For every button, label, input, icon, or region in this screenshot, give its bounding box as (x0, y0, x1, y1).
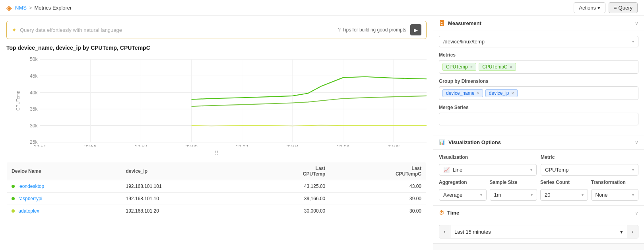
measurement-body: /device/linux/temp ▾ Metrics CPUTemp×CPU… (433, 31, 644, 135)
dimension-tag-remove-icon[interactable]: × (512, 91, 514, 96)
col-device-ip: device_ip (121, 162, 243, 180)
visualization-body: Visualization 📈 Line ▾ Metric CPUTem (433, 150, 644, 205)
svg-text:45k: 45k (30, 73, 38, 79)
series-count-label: Series Count (540, 180, 588, 185)
time-section-header[interactable]: ⏱ Time ∨ (433, 206, 644, 220)
series-count-select[interactable]: 20 ▾ (540, 189, 588, 201)
ai-search-placeholder: Query data effortlessly with natural lan… (20, 27, 122, 33)
svg-text:22:58: 22:58 (135, 145, 147, 146)
cell-device-name: adatoplex (7, 205, 121, 217)
dimension-tag-remove-icon[interactable]: × (477, 91, 479, 96)
sample-size-group: Sample Size 1m ▾ (490, 180, 537, 201)
right-panel: 🗄 Measurement ∨ /device/linux/temp ▾ Met… (433, 16, 644, 250)
transformation-caret-icon: ▾ (632, 193, 634, 197)
query-label: Query (619, 5, 632, 11)
left-panel: ✦ Query data effortlessly with natural l… (0, 16, 433, 250)
breadcrumb: ◈ NMS > Metrics Explorer (6, 4, 72, 12)
svg-text:22:54: 22:54 (34, 145, 46, 146)
time-collapse-icon: ∨ (635, 210, 638, 216)
aggregation-select[interactable]: Average ▾ (439, 189, 487, 201)
app-header: ◈ NMS > Metrics Explorer Actions ▾ ≡ Que… (0, 0, 644, 16)
help-icon: ? (338, 27, 341, 33)
time-range-select[interactable]: Last 15 minutes ▾ (450, 229, 627, 235)
viz-type-caret-icon: ▾ (530, 168, 532, 172)
cell-cpu-tempc: 43.00 (330, 180, 426, 193)
viz-type-label: Visualization (439, 154, 537, 160)
visualization-section: 📊 Visualization Options ∨ Visualization … (433, 135, 644, 206)
data-table: Device Name device_ip LastCPUTemp LastCP… (6, 162, 427, 217)
merge-series-input[interactable] (439, 113, 638, 125)
group-by-label: Group by Dimensions (439, 78, 638, 84)
viz-metric-select[interactable]: CPUTemp ▾ (541, 164, 638, 176)
cell-device-name: raspberrypi (7, 193, 121, 205)
col-cpu-temp: LastCPUTemp (244, 162, 330, 180)
viz-metric-caret-icon: ▾ (632, 168, 634, 172)
transformation-select[interactable]: None ▾ (591, 189, 639, 201)
time-prev-button[interactable]: ‹ (439, 225, 450, 238)
device-link[interactable]: adatoplex (18, 208, 39, 214)
time-body: ‹ Last 15 minutes ▾ › (433, 220, 644, 243)
sample-size-caret-icon: ▾ (531, 193, 533, 197)
metric-tag-remove-icon[interactable]: × (510, 64, 512, 69)
cell-cpu-temp: 39,166.00 (244, 193, 330, 205)
aggregation-group: Aggregation Average ▾ (439, 180, 487, 201)
actions-chevron-icon: ▾ (597, 5, 600, 11)
viz-settings-grid: Aggregation Average ▾ Sample Size 1m ▾ (439, 180, 638, 201)
time-next-button[interactable]: › (627, 225, 638, 238)
group-by-row: Group by Dimensions device_name×device_i… (439, 78, 638, 100)
chart-title: Top device_name, device_ip by CPUTemp, C… (6, 45, 427, 51)
transformation-label: Transformation (591, 180, 639, 185)
dimension-tag[interactable]: device_ip× (485, 89, 518, 97)
cell-device-ip: 192.168.101.20 (121, 205, 243, 217)
header-actions: Actions ▾ ≡ Query (574, 2, 638, 13)
dimensions-tags[interactable]: device_name×device_ip× (439, 86, 638, 100)
tips-link[interactable]: ? Tips for building good prompts (338, 27, 406, 33)
visualization-icon: 📊 (439, 139, 445, 145)
dimension-tag[interactable]: device_name× (442, 89, 483, 97)
cell-cpu-tempc: 30.00 (330, 205, 426, 217)
app-name[interactable]: NMS (15, 5, 27, 11)
metric-tag-remove-icon[interactable]: × (470, 64, 473, 69)
table-row: adatoplex 192.168.101.20 30,000.00 30.00 (7, 205, 427, 217)
measurement-select[interactable]: /device/linux/temp ▾ (439, 36, 638, 47)
device-link[interactable]: leondesktop (18, 184, 44, 189)
measurement-caret-icon: ▾ (632, 39, 634, 44)
measurement-title: Measurement (448, 20, 481, 26)
series-count-group: Series Count 20 ▾ (540, 180, 588, 201)
breadcrumb-nav: NMS > Metrics Explorer (15, 5, 72, 11)
metric-tag[interactable]: CPUTempC× (479, 63, 516, 71)
y-axis-label: CPUTemp (16, 91, 20, 111)
table-row: leondesktop 192.168.101.101 43,125.00 43… (7, 180, 427, 193)
metrics-label: Metrics (439, 52, 638, 58)
measurement-dropdown-row: /device/linux/temp ▾ (439, 36, 638, 47)
sample-size-select[interactable]: 1m ▾ (490, 189, 537, 201)
viz-type-select[interactable]: 📈 Line ▾ (439, 164, 537, 176)
visualization-section-header[interactable]: 📊 Visualization Options ∨ (433, 135, 644, 150)
aggregation-label: Aggregation (439, 180, 487, 185)
page-title: Metrics Explorer (34, 5, 72, 11)
viz-metric-group: Metric CPUTemp ▾ (541, 154, 638, 176)
device-link[interactable]: raspberrypi (18, 196, 42, 201)
metric-tag[interactable]: CPUTemp× (442, 63, 476, 71)
actions-label: Actions (579, 5, 596, 11)
col-device-name: Device Name (7, 162, 121, 180)
measurement-section-header[interactable]: 🗄 Measurement ∨ (433, 16, 644, 31)
query-button[interactable]: ≡ Query (609, 2, 638, 13)
aggregation-value: Average (443, 192, 462, 198)
ai-star-icon: ✦ (12, 26, 17, 34)
chart-drag-handle[interactable]: ⠿ (6, 148, 427, 159)
time-range-bar: ‹ Last 15 minutes ▾ › (439, 225, 638, 238)
measurement-section-title-row: 🗄 Measurement (439, 20, 481, 27)
viz-metric-grid: Visualization 📈 Line ▾ Metric CPUTem (439, 154, 638, 176)
cell-device-ip: 192.168.101.10 (121, 193, 243, 205)
metric-tag-label: CPUTempC (482, 64, 507, 70)
app-logo: ◈ (6, 4, 12, 12)
send-button[interactable]: ▶ (410, 24, 421, 35)
visualization-collapse-icon: ∨ (635, 140, 638, 145)
viz-type-group: Visualization 📈 Line ▾ (439, 154, 537, 176)
actions-button[interactable]: Actions ▾ (574, 2, 605, 13)
ai-search-bar[interactable]: ✦ Query data effortlessly with natural l… (6, 21, 427, 39)
metrics-tags[interactable]: CPUTemp×CPUTempC× (439, 60, 638, 74)
viz-metric-label: Metric (541, 154, 638, 160)
query-list-icon: ≡ (614, 5, 617, 11)
